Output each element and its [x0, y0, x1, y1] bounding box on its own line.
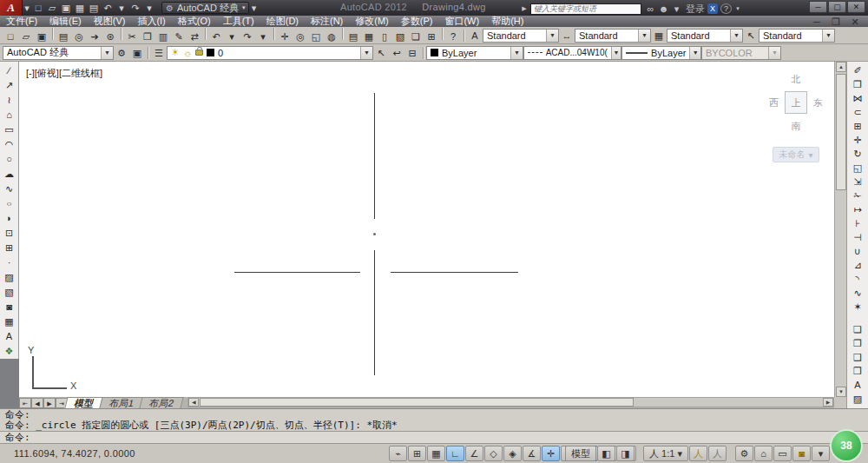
spline-button[interactable]: ∿	[2, 182, 17, 196]
tab-layout1[interactable]: 布局1	[99, 397, 143, 408]
gradient-button[interactable]: ▧	[2, 285, 17, 300]
scroll-down-icon[interactable]: ▼	[836, 387, 846, 397]
tab-next-button[interactable]: ▶	[43, 398, 56, 408]
offset-button[interactable]: ⊂	[850, 105, 866, 119]
layer-freeze-sun-icon[interactable]: ☼	[183, 48, 192, 58]
infer-constraints-toggle[interactable]: ⌁	[389, 446, 407, 461]
menu-modify[interactable]: 修改(M)	[349, 16, 395, 27]
text-style-select[interactable]: Standard ▼	[483, 29, 559, 43]
scroll-right-icon[interactable]: ▶	[823, 398, 833, 407]
properties-button[interactable]: ▤	[345, 30, 361, 43]
dynamic-ucs-toggle[interactable]: ✛	[542, 446, 560, 461]
chevron-down-icon[interactable]: ▼	[689, 47, 700, 59]
application-status-button[interactable]: ▭	[773, 446, 792, 461]
make-block-button[interactable]: ⊞	[2, 241, 17, 255]
menu-dimension[interactable]: 标注(N)	[305, 16, 349, 27]
chevron-down-icon[interactable]: ▼	[360, 47, 372, 59]
erase-button[interactable]: ✐	[850, 63, 866, 77]
redo-dropdown[interactable]: ▾	[142, 1, 156, 15]
annotation-scale-button[interactable]: 人 1:1 ▾	[643, 446, 688, 461]
workspace-settings-button[interactable]: ⚙	[114, 46, 129, 60]
hatch-to-back-button[interactable]: ▨	[850, 392, 866, 406]
undo-button[interactable]: ↶	[101, 1, 115, 15]
construction-line-button[interactable]: ↗	[2, 78, 17, 93]
chevron-down-icon[interactable]: ▼	[546, 30, 558, 42]
close-button[interactable]: ✕	[847, 1, 865, 13]
fillet-button[interactable]: ◝	[850, 272, 866, 286]
copy-button[interactable]: ❐	[850, 77, 866, 91]
bring-above-objects-button[interactable]: ❑	[850, 350, 866, 364]
3d-dwf-button[interactable]: ⊛	[102, 30, 118, 43]
3d-object-snap-toggle[interactable]: ◈	[503, 446, 522, 461]
signin-dropdown[interactable]: ▾	[670, 2, 683, 16]
ellipse-arc-button[interactable]: ◗	[2, 211, 17, 226]
chamfer-button[interactable]: ⊿	[850, 258, 866, 272]
extend-button[interactable]: ↦	[850, 202, 866, 216]
circle-button[interactable]: ○	[2, 152, 17, 167]
markup-manager-button[interactable]: ❏	[408, 30, 424, 43]
menu-parametric[interactable]: 参数(P)	[395, 16, 439, 27]
chevron-down-icon[interactable]: ▼	[510, 47, 523, 59]
chevron-down-icon[interactable]: ▼	[101, 47, 113, 59]
open-button[interactable]: ▱	[45, 1, 59, 15]
menu-view[interactable]: 视图(V)	[88, 16, 132, 27]
revision-cloud-button[interactable]: ☁	[2, 167, 17, 182]
help-button[interactable]: ?	[720, 3, 732, 14]
zoom-window-button[interactable]: ◱	[308, 30, 324, 43]
region-button[interactable]: ◙	[2, 300, 17, 314]
snap-mode-toggle[interactable]: ⊞	[408, 446, 426, 461]
lineweight-select[interactable]: ByLayer ▼	[621, 46, 701, 60]
tab-model[interactable]: 模型	[64, 397, 103, 408]
paste-button[interactable]: ▥	[155, 30, 171, 43]
blend-curves-button[interactable]: ∿	[850, 286, 866, 300]
layer-on-bulb-icon[interactable]: ☀	[171, 47, 180, 58]
scroll-left-icon[interactable]: ◀	[188, 398, 199, 407]
doc-restore-button[interactable]: ❐	[828, 15, 844, 29]
object-snap-tracking-toggle[interactable]: ∡	[523, 446, 541, 461]
vertical-scrollbar[interactable]: ▲ ▼	[834, 62, 846, 397]
undo-button[interactable]: ↶	[208, 30, 224, 43]
layer-states-button[interactable]: ⊟	[404, 46, 420, 60]
viewcube-west[interactable]: 西	[769, 96, 779, 109]
linetype-select[interactable]: ACAD...04W10( ▼	[523, 46, 621, 60]
horizontal-scrollbar-thumb[interactable]	[200, 398, 634, 407]
layer-properties-button[interactable]: ☰	[151, 46, 167, 60]
viewport-controls-label[interactable]: [-][俯视][二维线框]	[26, 67, 102, 80]
polygon-button[interactable]: ⌂	[2, 108, 17, 122]
zoom-previous-button[interactable]: ◍	[324, 30, 339, 43]
command-input-line[interactable]: 命令:	[0, 432, 868, 444]
infocenter-collapse-icon[interactable]: ▶	[521, 2, 528, 16]
exchange-apps-icon[interactable]: X	[707, 3, 718, 14]
menu-insert[interactable]: 插入(I)	[131, 16, 171, 27]
table-button[interactable]: ▦	[2, 314, 17, 329]
undo-dropdown[interactable]: ▾	[115, 1, 128, 15]
plot-button[interactable]: ▤	[56, 30, 71, 43]
scale-button[interactable]: ◱	[850, 161, 866, 175]
zoom-realtime-button[interactable]: ◎	[293, 30, 308, 43]
signin-icon[interactable]: ☻	[657, 2, 670, 16]
table-style-icon[interactable]: ▦	[651, 29, 667, 43]
dimension-style-select[interactable]: Standard ▼	[575, 29, 651, 43]
vertical-scrollbar-thumb[interactable]	[836, 74, 846, 190]
polyline-button[interactable]: ≀	[2, 93, 17, 108]
viewcube-north[interactable]: 北	[761, 67, 831, 91]
viewcube-south[interactable]: 南	[761, 114, 831, 138]
menu-help[interactable]: 帮助(H)	[485, 16, 529, 27]
workspace-switching-button[interactable]: ⚙	[735, 446, 753, 461]
redo-button[interactable]: ↷	[240, 30, 255, 43]
chevron-down-icon[interactable]: ▼	[822, 30, 834, 42]
tool-palettes-button[interactable]: ▯	[377, 30, 392, 43]
menu-draw[interactable]: 绘图(D)	[260, 16, 305, 27]
insert-block-button[interactable]: ⊡	[2, 226, 17, 241]
arc-button[interactable]: ◠	[2, 137, 17, 152]
saveas-button[interactable]: ▦	[73, 1, 87, 15]
plot-preview-button[interactable]: ◎	[71, 30, 87, 43]
tab-layout2[interactable]: 布局2	[140, 397, 184, 408]
undo-dropdown[interactable]: ▾	[224, 30, 240, 43]
table-style-select[interactable]: Standard ▼	[667, 29, 743, 43]
mirror-button[interactable]: ⋈	[850, 91, 866, 105]
save-button[interactable]: ▣	[34, 30, 49, 43]
ortho-mode-toggle[interactable]: ∟	[446, 446, 464, 461]
help-dropdown-icon[interactable]: ▾	[734, 2, 741, 16]
join-button[interactable]: ∪	[850, 244, 866, 258]
